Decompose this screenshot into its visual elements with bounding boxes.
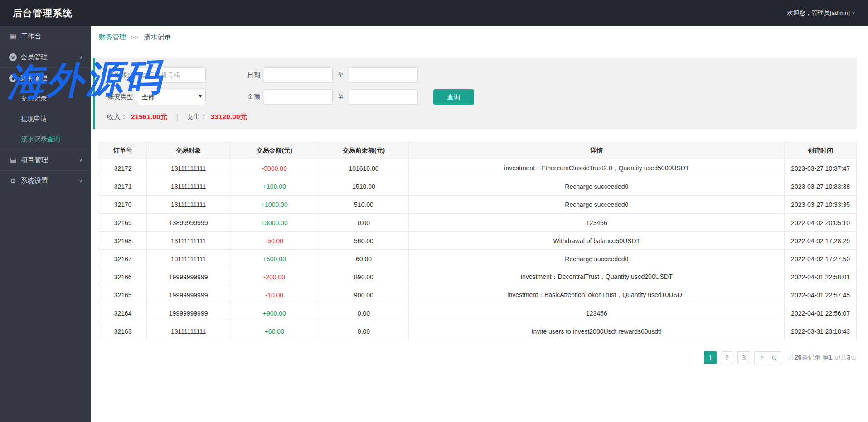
main-content: 财务管理 >> 流水记录 操作账户 日期 至 账变类型 全部 ▾ (91, 26, 868, 422)
created-at-cell: 2022-04-02 17:28:29 (785, 232, 857, 250)
amount-cell: +1000.00 (230, 196, 319, 214)
account-label: 操作账户 (101, 71, 133, 79)
breadcrumb-parent[interactable]: 财务管理 (99, 33, 126, 42)
order-id-cell: 32170 (99, 196, 147, 214)
balance-cell: 1510.00 (319, 177, 409, 196)
chevron-down-icon: ∨ (79, 178, 82, 184)
filter-row-2: 账变类型 全部 ▾ 金额 至 查询 (101, 89, 857, 105)
order-id-cell: 32169 (99, 214, 147, 232)
created-at-cell: 2023-03-27 10:33:35 (785, 196, 857, 214)
details-cell: Withdrawal of balance50USDT (409, 232, 785, 250)
counterparty-cell: 13111111111 (147, 322, 230, 340)
details-cell: Recharge succeeded0 (409, 250, 785, 268)
member-icon: V (9, 53, 17, 61)
sidebar-item-recharge-records[interactable]: 充值记录 (0, 88, 91, 109)
chevron-down-icon: ∨ (852, 10, 855, 16)
finance-icon: ¥ (9, 74, 17, 82)
details-cell: Recharge succeeded0 (409, 196, 785, 214)
amount-from-input[interactable] (264, 89, 333, 105)
amount-cell: -5000.00 (230, 159, 319, 177)
gear-icon: ⚙ (9, 177, 17, 185)
counterparty-cell: 19999999999 (147, 304, 230, 322)
next-page-button[interactable]: 下一页 (754, 351, 781, 364)
balance-cell: 900.00 (319, 286, 409, 304)
top-header: 后台管理系统 欢迎您，管理员[admin] ∨ (0, 0, 868, 26)
created-at-cell: 2022-03-31 23:18:43 (785, 322, 857, 340)
balance-cell: 101610.00 (319, 159, 409, 177)
totals-summary: 收入： 21561.00元 ｜ 支出： 33120.00元 (101, 112, 857, 122)
order-id-cell: 32163 (99, 322, 147, 340)
pagination: 1 2 3 下一页 共26条记录 第1页/共3页 (91, 351, 857, 364)
page-button[interactable]: 3 (737, 351, 750, 364)
table-row: 32166 19999999999 -200.00 890.00 investm… (99, 268, 857, 286)
table-row: 32168 13111111111 -50.00 560.00 Withdraw… (99, 232, 857, 250)
amount-cell: +3000.00 (230, 214, 319, 232)
sidebar-item-members[interactable]: V 会员管理 ∨ (0, 47, 91, 67)
finance-submenu: 充值记录 提现申请 流水记录查询 (0, 88, 91, 149)
balance-cell: 60.00 (319, 250, 409, 268)
balance-cell: 0.00 (319, 304, 409, 322)
date-to-input[interactable] (349, 67, 418, 83)
col-balance-before: 交易前余额(元) (319, 142, 409, 159)
details-cell: Invite users to invest2000Usdt rewards60… (409, 322, 785, 340)
user-menu[interactable]: 欢迎您，管理员[admin] ∨ (787, 9, 855, 17)
sidebar-item-projects[interactable]: ▤ 项目管理 ∨ (0, 149, 91, 170)
breadcrumb-current: 流水记录 (144, 33, 171, 42)
sidebar-item-workbench[interactable]: ▦ 工作台 (0, 26, 91, 47)
search-button[interactable]: 查询 (433, 89, 474, 105)
balance-cell: 0.00 (319, 214, 409, 232)
totals-divider: ｜ (174, 113, 180, 121)
account-input[interactable] (137, 67, 206, 83)
table-row: 32172 13111111111 -5000.00 101610.00 inv… (99, 159, 857, 177)
sidebar-item-label: 系统设置 (21, 177, 79, 185)
amount-cell: +100.00 (230, 177, 319, 196)
created-at-cell: 2022-04-02 17:27:50 (785, 250, 857, 268)
balance-cell: 890.00 (319, 268, 409, 286)
change-type-label: 账变类型 (101, 93, 133, 101)
project-icon: ▤ (9, 156, 17, 164)
change-type-select-wrap: 全部 ▾ (137, 89, 206, 105)
amount-cell: +500.00 (230, 250, 319, 268)
details-cell: Recharge succeeded0 (409, 177, 785, 196)
table-row: 32163 13111111111 +60.00 0.00 Invite use… (99, 322, 857, 340)
amount-to-input[interactable] (349, 89, 418, 105)
created-at-cell: 2022-04-01 22:56:07 (785, 304, 857, 322)
amount-cell: +900.00 (230, 304, 319, 322)
page-button[interactable]: 1 (704, 351, 717, 364)
change-type-select[interactable]: 全部 (137, 89, 206, 105)
col-details: 详情 (409, 142, 785, 159)
chevron-down-icon: ∨ (79, 54, 82, 60)
counterparty-cell: 13111111111 (147, 232, 230, 250)
col-amount: 交易金额(元) (230, 142, 319, 159)
sidebar-item-finance[interactable]: ¥ 财务管理 ∧ (0, 67, 91, 88)
amount-cell: -50.00 (230, 232, 319, 250)
amount-label: 金额 (242, 93, 260, 101)
sidebar-item-transaction-records[interactable]: 流水记录查询 (0, 129, 91, 149)
breadcrumb: 财务管理 >> 流水记录 (91, 26, 868, 48)
col-counterparty: 交易对象 (147, 142, 230, 159)
records-table: 订单号 交易对象 交易金额(元) 交易前余额(元) 详情 创建时间 32172 … (99, 142, 857, 340)
breadcrumb-separator: >> (131, 34, 139, 41)
counterparty-cell: 13111111111 (147, 250, 230, 268)
page-button[interactable]: 2 (721, 351, 733, 364)
order-id-cell: 32167 (99, 250, 147, 268)
table-row: 32165 19999999999 -10.00 900.00 investme… (99, 286, 857, 304)
order-id-cell: 32165 (99, 286, 147, 304)
table-row: 32169 13899999999 +3000.00 0.00 123456 2… (99, 214, 857, 232)
sidebar-item-label: 项目管理 (21, 156, 79, 164)
col-created-at: 创建时间 (785, 142, 857, 159)
table-header-row: 订单号 交易对象 交易金额(元) 交易前余额(元) 详情 创建时间 (99, 142, 857, 159)
sidebar-item-settings[interactable]: ⚙ 系统设置 ∨ (0, 170, 91, 191)
date-label: 日期 (242, 71, 260, 79)
date-from-input[interactable] (264, 67, 333, 83)
chevron-up-icon: ∧ (79, 75, 82, 81)
order-id-cell: 32164 (99, 304, 147, 322)
chevron-down-icon: ∨ (79, 157, 82, 163)
sidebar-item-withdraw-requests[interactable]: 提现申请 (0, 109, 91, 129)
order-id-cell: 32172 (99, 159, 147, 177)
table-row: 32170 13111111111 +1000.00 510.00 Rechar… (99, 196, 857, 214)
order-id-cell: 32168 (99, 232, 147, 250)
amount-cell: +60.00 (230, 322, 319, 340)
app-title: 后台管理系统 (13, 7, 73, 19)
sidebar: ▦ 工作台 V 会员管理 ∨ ¥ 财务管理 ∧ 充值记录 提现申请 流水记录查询… (0, 26, 91, 422)
